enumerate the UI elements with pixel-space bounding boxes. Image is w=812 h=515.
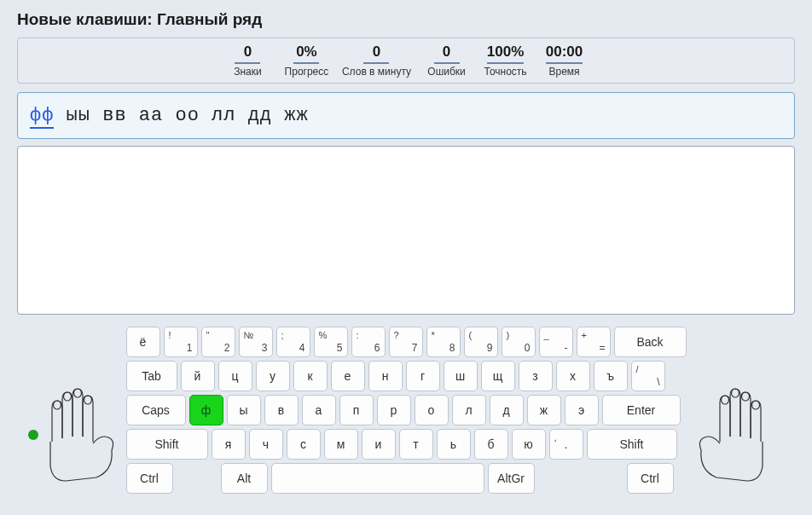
key-lower-label: 7 xyxy=(412,342,418,354)
left-shift-key[interactable]: Shift xyxy=(126,429,208,460)
key-label: п xyxy=(353,403,360,417)
stat-errors-label: Ошибки xyxy=(423,66,470,78)
key--[interactable]: _- xyxy=(539,327,573,357)
key-9[interactable]: (9 xyxy=(464,327,498,357)
key-н[interactable]: н xyxy=(368,361,403,391)
enter-key[interactable]: Enter xyxy=(602,395,681,425)
key-ы[interactable]: ы xyxy=(227,395,261,425)
key-2[interactable]: "2 xyxy=(201,327,235,357)
left-alt-key[interactable]: Alt xyxy=(221,463,268,494)
key-label: я xyxy=(225,437,232,451)
key-в[interactable]: в xyxy=(264,395,299,425)
key-upper-label: " xyxy=(206,330,210,340)
key-ё[interactable]: ё xyxy=(126,327,160,357)
key-label: в xyxy=(278,403,284,417)
key-м[interactable]: м xyxy=(324,429,358,460)
key-label: г xyxy=(420,369,425,383)
target-text: фф ыы вв аа оо лл дд жж xyxy=(17,92,795,139)
key-з[interactable]: з xyxy=(519,361,553,391)
key-ш[interactable]: ш xyxy=(444,361,478,391)
key-п[interactable]: п xyxy=(339,395,374,425)
key-label: Ctrl xyxy=(641,472,659,485)
key-5[interactable]: %5 xyxy=(314,327,348,357)
key-т[interactable]: т xyxy=(399,429,433,460)
key-ь[interactable]: ь xyxy=(437,429,471,460)
key-г[interactable]: г xyxy=(406,361,440,391)
key-к[interactable]: к xyxy=(293,361,328,391)
key-д[interactable]: д xyxy=(490,395,524,425)
key-.[interactable]: ,. xyxy=(549,429,583,460)
key-lower-label: 8 xyxy=(450,342,455,354)
key-ж[interactable]: ж xyxy=(527,395,561,425)
key-8[interactable]: *8 xyxy=(426,327,461,357)
svg-point-8 xyxy=(721,396,728,404)
key-\[interactable]: /\ xyxy=(631,361,665,391)
key-р[interactable]: р xyxy=(377,395,411,425)
key-ъ[interactable]: ъ xyxy=(594,361,628,391)
key-label: т xyxy=(413,437,418,451)
key-й[interactable]: й xyxy=(181,361,215,391)
tab-key[interactable]: Tab xyxy=(126,361,177,391)
key-label: Shift xyxy=(154,437,178,451)
stat-time: 00:00 Время xyxy=(541,43,588,78)
stat-chars: 0 Знаки xyxy=(224,43,271,78)
key-л[interactable]: л xyxy=(452,395,486,425)
key-и[interactable]: и xyxy=(362,429,396,460)
target-current: фф xyxy=(30,105,54,129)
key-3[interactable]: №3 xyxy=(239,327,273,357)
key-label: и xyxy=(375,437,382,451)
key-а[interactable]: а xyxy=(302,395,336,425)
key-е[interactable]: е xyxy=(331,361,365,391)
key-0[interactable]: )0 xyxy=(502,327,536,357)
key-у[interactable]: у xyxy=(256,361,290,391)
stat-accuracy-label: Точность xyxy=(482,66,529,78)
key-upper-label: + xyxy=(582,330,587,340)
key-э[interactable]: э xyxy=(565,395,599,425)
key-label: Shift xyxy=(619,437,643,451)
key-ф[interactable]: ф xyxy=(189,395,223,425)
key-х[interactable]: х xyxy=(556,361,590,391)
key-label: э xyxy=(578,403,584,417)
key-label: ю xyxy=(524,437,533,451)
key-upper-label: ? xyxy=(394,330,399,340)
stat-accuracy-value: 100% xyxy=(487,43,524,64)
stat-time-label: Время xyxy=(541,66,588,78)
svg-point-2 xyxy=(73,389,81,397)
caps-key[interactable]: Caps xyxy=(126,395,186,425)
backspace-key[interactable]: Back xyxy=(614,327,687,357)
left-ctrl-key[interactable]: Ctrl xyxy=(126,463,173,494)
stat-errors: 0 Ошибки xyxy=(423,43,470,78)
stat-progress-value: 0% xyxy=(293,43,319,64)
key-upper-label: _ xyxy=(544,330,549,340)
key-7[interactable]: ?7 xyxy=(389,327,423,357)
keyboard-row-3: CapsфывапролджэEnter xyxy=(126,395,687,425)
right-ctrl-key[interactable]: Ctrl xyxy=(627,463,674,494)
left-hand-icon xyxy=(24,378,126,489)
key-ю[interactable]: ю xyxy=(512,429,546,460)
key-label: р xyxy=(391,403,397,417)
svg-point-3 xyxy=(84,396,91,404)
space-key[interactable] xyxy=(271,463,484,494)
key-ч[interactable]: ч xyxy=(249,429,283,460)
key-label: у xyxy=(270,369,276,383)
key-upper-label: * xyxy=(432,330,435,340)
key-label: м xyxy=(337,437,345,451)
right-shift-key[interactable]: Shift xyxy=(587,429,677,460)
key-upper-label: № xyxy=(244,330,254,340)
key-label: о xyxy=(428,403,435,417)
key-щ[interactable]: щ xyxy=(481,361,515,391)
key-ц[interactable]: ц xyxy=(218,361,252,391)
typing-input[interactable] xyxy=(17,146,795,315)
target-rest: ыы вв аа оо лл дд жж xyxy=(54,105,308,126)
key-1[interactable]: !1 xyxy=(164,327,198,357)
key-о[interactable]: о xyxy=(415,395,449,425)
key-6[interactable]: :6 xyxy=(351,327,386,357)
key-я[interactable]: я xyxy=(212,429,246,460)
key-с[interactable]: с xyxy=(287,429,321,460)
key-4[interactable]: ;4 xyxy=(276,327,310,357)
key-=[interactable]: += xyxy=(577,327,611,357)
altgr-key[interactable]: AltGr xyxy=(488,463,535,494)
key-label: з xyxy=(532,369,537,383)
key-label: ы xyxy=(239,403,247,417)
key-б[interactable]: б xyxy=(474,429,508,460)
